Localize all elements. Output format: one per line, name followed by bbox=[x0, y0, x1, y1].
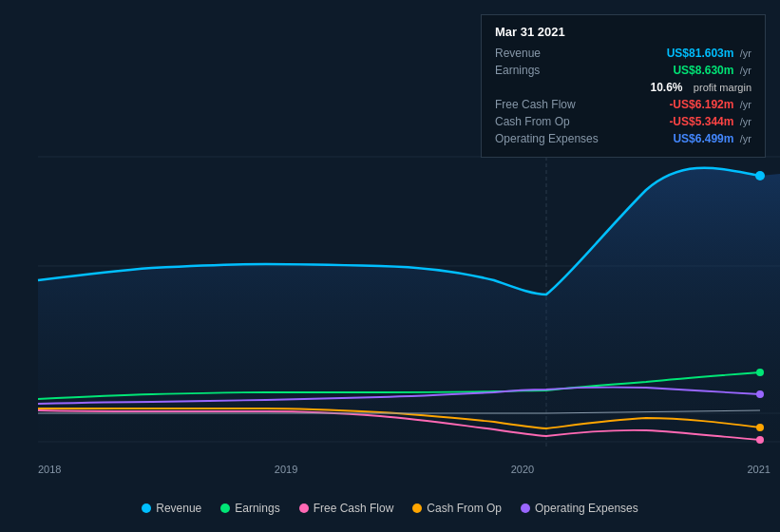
tooltip-opex-unit: /yr bbox=[740, 133, 751, 144]
legend-label-earnings: Earnings bbox=[235, 502, 279, 515]
legend-label-fcf: Free Cash Flow bbox=[314, 502, 394, 515]
tooltip-earnings-unit: /yr bbox=[740, 65, 751, 76]
x-label-2021: 2021 bbox=[747, 464, 770, 475]
tooltip-earnings-label: Earnings bbox=[495, 64, 540, 77]
tooltip-margin-value: 10.6% bbox=[650, 81, 682, 94]
svg-point-10 bbox=[756, 436, 764, 444]
legend-dot-revenue bbox=[142, 504, 151, 513]
legend: Revenue Earnings Free Cash Flow Cash Fro… bbox=[0, 502, 780, 515]
tooltip-margin-row: 10.6% profit margin bbox=[495, 79, 751, 96]
legend-item-cashop[interactable]: Cash From Op bbox=[412, 502, 502, 515]
legend-dot-opex bbox=[521, 504, 530, 513]
tooltip-fcf-label: Free Cash Flow bbox=[495, 98, 576, 111]
tooltip-opex-value: US$6.499m bbox=[673, 132, 733, 145]
legend-item-revenue[interactable]: Revenue bbox=[142, 502, 201, 515]
tooltip-revenue-label: Revenue bbox=[495, 47, 541, 60]
legend-dot-earnings bbox=[220, 504, 230, 513]
legend-dot-fcf bbox=[299, 504, 309, 513]
x-label-2019: 2019 bbox=[275, 464, 297, 475]
tooltip-revenue-row: Revenue US$81.603m /yr bbox=[495, 45, 751, 62]
tooltip-cashop-value: -US$5.344m bbox=[669, 115, 733, 128]
tooltip-date: Mar 31 2021 bbox=[495, 25, 751, 39]
svg-point-9 bbox=[756, 424, 764, 431]
svg-point-8 bbox=[756, 390, 764, 398]
x-axis: 2018 2019 2020 2021 bbox=[38, 464, 770, 475]
x-label-2018: 2018 bbox=[38, 464, 61, 475]
svg-point-6 bbox=[755, 171, 765, 180]
tooltip-cashop-row: Cash From Op -US$5.344m /yr bbox=[495, 113, 751, 130]
legend-label-revenue: Revenue bbox=[156, 502, 201, 515]
tooltip-fcf-row: Free Cash Flow -US$6.192m /yr bbox=[495, 96, 751, 113]
chart-container: US$90m US$0 -US$10m bbox=[0, 0, 780, 532]
legend-dot-cashop bbox=[412, 504, 422, 513]
tooltip-earnings-row: Earnings US$8.630m /yr bbox=[495, 62, 751, 79]
legend-item-opex[interactable]: Operating Expenses bbox=[521, 502, 638, 515]
tooltip-box: Mar 31 2021 Revenue US$81.603m /yr Earni… bbox=[481, 14, 766, 158]
svg-point-7 bbox=[756, 369, 764, 376]
tooltip-margin-label: profit margin bbox=[694, 82, 751, 93]
legend-label-cashop: Cash From Op bbox=[427, 502, 502, 515]
tooltip-cashop-label: Cash From Op bbox=[495, 115, 570, 128]
legend-label-opex: Operating Expenses bbox=[535, 502, 638, 515]
tooltip-fcf-value: -US$6.192m bbox=[669, 98, 733, 111]
x-label-2020: 2020 bbox=[511, 464, 534, 475]
tooltip-earnings-value: US$8.630m bbox=[673, 64, 733, 77]
tooltip-revenue-value: US$81.603m bbox=[667, 47, 734, 60]
legend-item-earnings[interactable]: Earnings bbox=[220, 502, 279, 515]
tooltip-opex-row: Operating Expenses US$6.499m /yr bbox=[495, 130, 751, 147]
legend-item-fcf[interactable]: Free Cash Flow bbox=[299, 502, 394, 515]
tooltip-cashop-unit: /yr bbox=[740, 116, 751, 127]
tooltip-opex-label: Operating Expenses bbox=[495, 132, 599, 145]
tooltip-fcf-unit: /yr bbox=[740, 99, 751, 110]
tooltip-revenue-unit: /yr bbox=[740, 48, 751, 59]
